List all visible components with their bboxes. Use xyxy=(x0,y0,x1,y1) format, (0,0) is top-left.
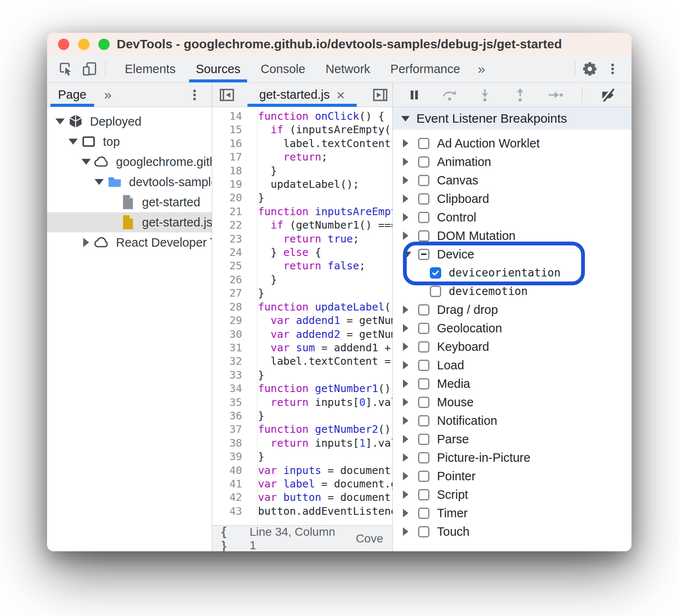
expander-down-icon[interactable] xyxy=(79,159,93,165)
line-number[interactable]: 25 xyxy=(212,259,250,273)
line-number[interactable]: 35 xyxy=(212,396,250,409)
expander-down-icon[interactable] xyxy=(53,118,67,124)
breakpoint-row-dom-mutation[interactable]: DOM Mutation xyxy=(393,226,632,245)
tree-item-top[interactable]: top xyxy=(47,132,212,152)
breakpoint-row-notification[interactable]: Notification xyxy=(393,411,632,430)
expander-right-icon[interactable] xyxy=(403,324,418,332)
expander-right-icon[interactable] xyxy=(403,158,418,166)
step-into-icon[interactable] xyxy=(476,86,494,104)
line-number[interactable]: 16 xyxy=(212,137,250,150)
line-number[interactable]: 26 xyxy=(212,273,250,287)
tree-item-devtools-samples[interactable]: devtools-samples xyxy=(47,172,212,192)
close-tab-icon[interactable]: × xyxy=(337,88,345,102)
step-over-icon[interactable] xyxy=(441,86,458,104)
tab-sources[interactable]: Sources xyxy=(186,55,250,82)
breakpoint-row-drag-drop[interactable]: Drag / drop xyxy=(393,300,632,319)
line-number[interactable]: 39 xyxy=(212,450,250,463)
breakpoint-row-keyboard[interactable]: Keyboard xyxy=(393,337,632,356)
line-number[interactable]: 19 xyxy=(212,178,250,191)
breakpoint-row-load[interactable]: Load xyxy=(393,356,632,374)
expander-down-icon[interactable] xyxy=(403,252,418,257)
expander-right-icon[interactable] xyxy=(403,453,418,462)
deactivate-breakpoints-icon[interactable] xyxy=(600,86,618,104)
tree-item-get-started-js[interactable]: get-started.js xyxy=(47,212,212,232)
line-number[interactable]: 21 xyxy=(212,205,250,218)
breakpoint-row-picture-in-picture[interactable]: Picture-in-Picture xyxy=(393,448,632,467)
expander-down-icon[interactable] xyxy=(92,179,106,185)
line-number[interactable]: 41 xyxy=(212,477,250,491)
breakpoint-row-script[interactable]: Script xyxy=(393,485,632,504)
expander-right-icon[interactable] xyxy=(403,195,418,203)
breakpoint-row-timer[interactable]: Timer xyxy=(393,504,632,522)
inspect-icon[interactable] xyxy=(57,60,75,78)
breakpoint-row-pointer[interactable]: Pointer xyxy=(393,467,632,485)
expander-right-icon[interactable] xyxy=(403,213,418,221)
breakpoint-row-touch[interactable]: Touch xyxy=(393,522,632,541)
gear-icon[interactable] xyxy=(582,60,600,78)
line-number[interactable]: 24 xyxy=(212,246,250,259)
line-number[interactable]: 30 xyxy=(212,328,250,341)
line-number[interactable]: 37 xyxy=(212,423,250,436)
line-number[interactable]: 32 xyxy=(212,355,250,368)
tree-item-react-developer-to[interactable]: React Developer To xyxy=(47,232,212,253)
line-number[interactable]: 43 xyxy=(212,505,250,518)
checkbox-checked[interactable] xyxy=(430,267,441,279)
checkbox-unchecked[interactable] xyxy=(418,156,429,168)
checkbox-unchecked[interactable] xyxy=(418,508,429,519)
checkbox-unchecked[interactable] xyxy=(418,471,429,482)
line-number[interactable]: 22 xyxy=(212,218,250,232)
pause-icon[interactable] xyxy=(405,86,423,104)
step-icon[interactable] xyxy=(547,86,564,104)
expander-right-icon[interactable] xyxy=(403,139,418,147)
expander-right-icon[interactable] xyxy=(403,232,418,240)
line-number[interactable]: 18 xyxy=(212,164,250,178)
expander-right-icon[interactable] xyxy=(403,490,418,499)
breakpoint-row-deviceorientation[interactable]: deviceorientation xyxy=(393,263,632,282)
tab-performance[interactable]: Performance xyxy=(380,55,470,82)
checkbox-unchecked[interactable] xyxy=(430,286,441,297)
step-out-icon[interactable] xyxy=(511,86,529,104)
expander-right-icon[interactable] xyxy=(403,361,418,369)
line-number[interactable]: 42 xyxy=(212,491,250,504)
expander-right-icon[interactable] xyxy=(403,509,418,517)
tree-item-googlechrome-githu[interactable]: googlechrome.githu xyxy=(47,152,212,172)
checkbox-unchecked[interactable] xyxy=(418,526,429,537)
kebab-menu-icon[interactable] xyxy=(186,86,203,104)
checkbox-unchecked[interactable] xyxy=(418,193,429,205)
breakpoint-row-animation[interactable]: Animation xyxy=(393,153,632,171)
tree-item-deployed[interactable]: Deployed xyxy=(47,111,212,132)
breakpoint-row-clipboard[interactable]: Clipboard xyxy=(393,190,632,208)
line-number[interactable]: 31 xyxy=(212,341,250,355)
checkbox-unchecked[interactable] xyxy=(418,304,429,316)
breakpoint-row-media[interactable]: Media xyxy=(393,374,632,393)
minimize-window-button[interactable] xyxy=(78,39,89,50)
section-event-listener-breakpoints[interactable]: Event Listener Breakpoints xyxy=(393,107,632,130)
line-number[interactable]: 23 xyxy=(212,232,250,246)
checkbox-unchecked[interactable] xyxy=(418,138,429,149)
editor-tab-get-started-js[interactable]: get-started.js × xyxy=(247,83,357,107)
checkbox-indeterminate[interactable] xyxy=(418,249,429,260)
close-window-button[interactable] xyxy=(58,39,69,50)
line-number[interactable]: 40 xyxy=(212,464,250,477)
expander-right-icon[interactable] xyxy=(403,527,418,536)
kebab-menu-icon[interactable] xyxy=(604,60,621,78)
checkbox-unchecked[interactable] xyxy=(418,489,429,500)
code-editor[interactable]: 14function onClick() {15 if (inputsAreEm… xyxy=(212,107,392,525)
line-number[interactable]: 20 xyxy=(212,191,250,205)
expander-right-icon[interactable] xyxy=(403,398,418,406)
line-number[interactable]: 33 xyxy=(212,369,250,382)
expander-right-icon[interactable] xyxy=(79,238,93,247)
more-navigator-tabs-chevron[interactable]: » xyxy=(97,87,119,103)
expander-right-icon[interactable] xyxy=(403,472,418,480)
checkbox-unchecked[interactable] xyxy=(418,378,429,390)
checkbox-unchecked[interactable] xyxy=(418,212,429,223)
checkbox-unchecked[interactable] xyxy=(418,360,429,371)
expander-right-icon[interactable] xyxy=(403,416,418,425)
zoom-window-button[interactable] xyxy=(98,39,110,50)
tab-console[interactable]: Console xyxy=(250,55,315,82)
breakpoint-row-geolocation[interactable]: Geolocation xyxy=(393,319,632,337)
expander-right-icon[interactable] xyxy=(403,176,418,184)
expander-right-icon[interactable] xyxy=(403,379,418,388)
tree-item-get-started[interactable]: get-started xyxy=(47,192,212,212)
checkbox-unchecked[interactable] xyxy=(418,230,429,242)
